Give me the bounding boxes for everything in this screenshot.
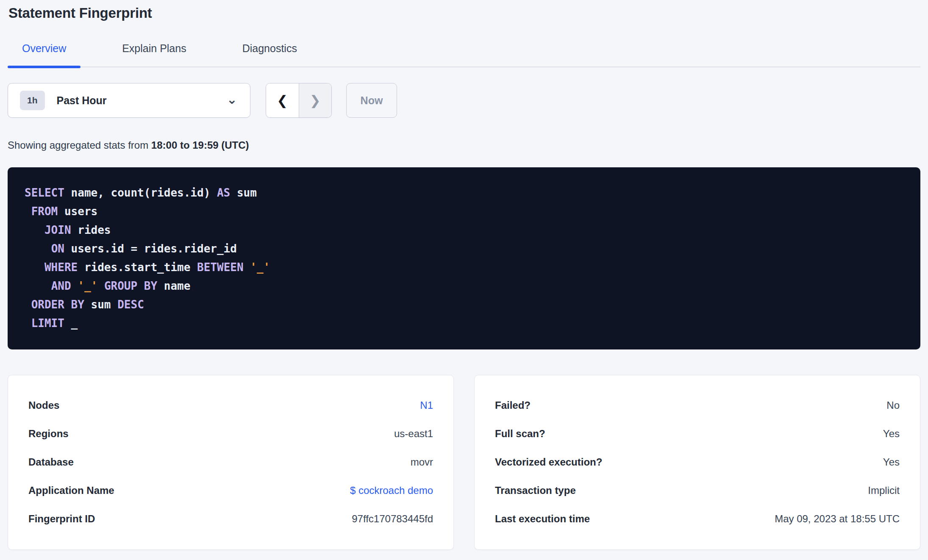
- sql-line: LIMIT _: [25, 314, 903, 333]
- transaction-type-value: Implicit: [868, 484, 900, 497]
- statement-fingerprint-page: Statement Fingerprint Overview Explain P…: [8, 0, 920, 550]
- tab-bar: Overview Explain Plans Diagnostics: [8, 42, 920, 67]
- previous-interval-button[interactable]: ❮: [266, 83, 299, 117]
- full-scan-label: Full scan?: [495, 427, 545, 440]
- sql-line: SELECT name, count(rides.id) AS sum: [25, 183, 903, 202]
- nodes-link[interactable]: N1: [420, 399, 433, 412]
- chevron-right-icon: ❯: [310, 93, 321, 108]
- transaction-type-label: Transaction type: [495, 484, 576, 497]
- sql-line: FROM users: [25, 202, 903, 221]
- sql-line: JOIN rides: [25, 221, 903, 239]
- regions-label: Regions: [28, 427, 69, 440]
- sql-statement-box: SELECT name, count(rides.id) AS sum FROM…: [8, 167, 920, 349]
- application-name-label: Application Name: [28, 484, 114, 497]
- full-scan-value: Yes: [883, 427, 900, 440]
- failed-value: No: [886, 399, 900, 412]
- database-label: Database: [28, 456, 74, 469]
- chevron-down-icon: ⌄: [227, 93, 237, 106]
- vectorized-label: Vectorized execution?: [495, 456, 602, 469]
- summary-cards: Nodes N1 Regions us-east1 Database movr …: [8, 375, 920, 550]
- row-nodes: Nodes N1: [28, 399, 433, 412]
- row-transaction-type: Transaction type Implicit: [495, 484, 900, 497]
- interval-label: Past Hour: [57, 94, 227, 107]
- tab-explain-plans[interactable]: Explain Plans: [108, 42, 200, 67]
- failed-label: Failed?: [495, 399, 531, 412]
- tab-diagnostics[interactable]: Diagnostics: [228, 42, 311, 67]
- row-regions: Regions us-east1: [28, 427, 433, 440]
- last-execution-time-value: May 09, 2023 at 18:55 UTC: [775, 513, 900, 525]
- database-value: movr: [411, 456, 433, 469]
- sql-line: ORDER BY sum DESC: [25, 295, 903, 314]
- row-application-name: Application Name $ cockroach demo: [28, 484, 433, 497]
- sql-line: ON users.id = rides.rider_id: [25, 239, 903, 258]
- time-controls: 1h Past Hour ⌄ ❮ ❯ Now: [8, 83, 920, 118]
- row-vectorized: Vectorized execution? Yes: [495, 456, 900, 469]
- execution-attributes-card: Failed? No Full scan? Yes Vectorized exe…: [474, 375, 920, 550]
- time-range-selector[interactable]: 1h Past Hour ⌄: [8, 83, 250, 118]
- page-title: Statement Fingerprint: [8, 0, 920, 21]
- row-failed: Failed? No: [495, 399, 900, 412]
- vectorized-value: Yes: [883, 456, 900, 469]
- tab-overview[interactable]: Overview: [8, 42, 81, 67]
- fingerprint-id-value: 97ffc170783445fd: [352, 513, 433, 525]
- row-fingerprint-id: Fingerprint ID 97ffc170783445fd: [28, 513, 433, 525]
- stats-time-range: 18:00 to 19:59 (UTC): [151, 139, 249, 151]
- interval-badge: 1h: [20, 91, 45, 110]
- last-execution-time-label: Last execution time: [495, 513, 590, 525]
- row-database: Database movr: [28, 456, 433, 469]
- sql-line: WHERE rides.start_time BETWEEN '_': [25, 258, 903, 277]
- stats-prefix: Showing aggregated stats from: [8, 139, 151, 151]
- regions-value: us-east1: [394, 427, 433, 440]
- nodes-label: Nodes: [28, 399, 59, 412]
- next-interval-button[interactable]: ❯: [299, 83, 332, 117]
- aggregated-stats-line: Showing aggregated stats from 18:00 to 1…: [8, 139, 920, 151]
- chevron-left-icon: ❮: [277, 93, 288, 108]
- statement-details-card: Nodes N1 Regions us-east1 Database movr …: [8, 375, 454, 550]
- application-name-link[interactable]: $ cockroach demo: [350, 484, 433, 497]
- sql-line: AND '_' GROUP BY name: [25, 277, 903, 295]
- fingerprint-id-label: Fingerprint ID: [28, 513, 95, 525]
- time-nav-group: ❮ ❯: [266, 83, 332, 118]
- row-full-scan: Full scan? Yes: [495, 427, 900, 440]
- now-button[interactable]: Now: [346, 83, 397, 118]
- row-last-execution-time: Last execution time May 09, 2023 at 18:5…: [495, 513, 900, 525]
